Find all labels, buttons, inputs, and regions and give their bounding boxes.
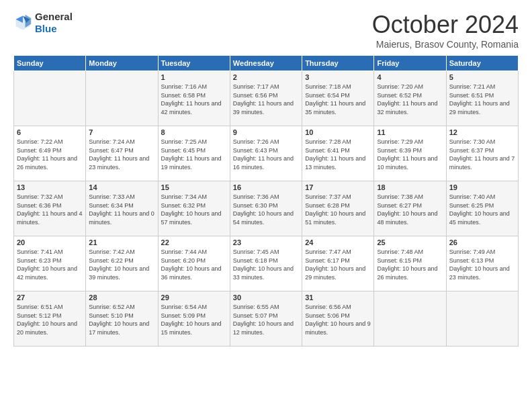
- calendar-cell: 10Sunrise: 7:28 AM Sunset: 6:41 PM Dayli…: [302, 126, 374, 181]
- calendar-cell: 27Sunrise: 6:51 AM Sunset: 5:12 PM Dayli…: [14, 291, 86, 347]
- logo-text: General Blue: [35, 11, 73, 35]
- day-number: 3: [305, 73, 371, 81]
- cell-info: Sunrise: 7:26 AM Sunset: 6:43 PM Dayligh…: [233, 138, 299, 171]
- calendar-week: 27Sunrise: 6:51 AM Sunset: 5:12 PM Dayli…: [14, 291, 519, 347]
- cell-info: Sunrise: 7:20 AM Sunset: 6:52 PM Dayligh…: [377, 83, 443, 116]
- cell-info: Sunrise: 7:41 AM Sunset: 6:23 PM Dayligh…: [17, 248, 83, 281]
- day-number: 26: [449, 238, 515, 246]
- calendar-cell: [374, 291, 446, 347]
- cell-info: Sunrise: 7:40 AM Sunset: 6:25 PM Dayligh…: [449, 193, 515, 226]
- calendar-cell: 13Sunrise: 7:32 AM Sunset: 6:36 PM Dayli…: [14, 181, 86, 236]
- day-number: 8: [161, 128, 227, 136]
- day-number: 19: [449, 183, 515, 191]
- day-number: 21: [89, 238, 154, 246]
- calendar-cell: 23Sunrise: 7:45 AM Sunset: 6:18 PM Dayli…: [230, 236, 302, 291]
- calendar-header: SundayMondayTuesdayWednesdayThursdayFrid…: [14, 56, 519, 71]
- cell-info: Sunrise: 7:33 AM Sunset: 6:34 PM Dayligh…: [89, 193, 154, 226]
- day-number: 4: [377, 73, 443, 81]
- calendar-cell: 14Sunrise: 7:33 AM Sunset: 6:34 PM Dayli…: [86, 181, 158, 236]
- cell-info: Sunrise: 7:45 AM Sunset: 6:18 PM Dayligh…: [233, 248, 299, 281]
- cell-info: Sunrise: 7:29 AM Sunset: 6:39 PM Dayligh…: [377, 138, 443, 171]
- day-header: Friday: [374, 56, 446, 71]
- day-number: 22: [161, 238, 227, 246]
- calendar-cell: 18Sunrise: 7:38 AM Sunset: 6:27 PM Dayli…: [374, 181, 446, 236]
- cell-info: Sunrise: 7:24 AM Sunset: 6:47 PM Dayligh…: [89, 138, 154, 171]
- calendar-cell: 22Sunrise: 7:44 AM Sunset: 6:20 PM Dayli…: [158, 236, 230, 291]
- day-number: 14: [89, 183, 154, 191]
- calendar-table: SundayMondayTuesdayWednesdayThursdayFrid…: [13, 55, 519, 347]
- location-subtitle: Maierus, Brasov County, Romania: [372, 39, 519, 50]
- cell-info: Sunrise: 7:18 AM Sunset: 6:54 PM Dayligh…: [305, 83, 371, 116]
- calendar-cell: 21Sunrise: 7:42 AM Sunset: 6:22 PM Dayli…: [86, 236, 158, 291]
- day-number: 17: [305, 183, 371, 191]
- calendar-week: 1Sunrise: 7:16 AM Sunset: 6:58 PM Daylig…: [14, 71, 519, 126]
- cell-info: Sunrise: 7:42 AM Sunset: 6:22 PM Dayligh…: [89, 248, 154, 281]
- cell-info: Sunrise: 7:28 AM Sunset: 6:41 PM Dayligh…: [305, 138, 371, 171]
- calendar-week: 13Sunrise: 7:32 AM Sunset: 6:36 PM Dayli…: [14, 181, 519, 236]
- cell-info: Sunrise: 7:34 AM Sunset: 6:32 PM Dayligh…: [161, 193, 227, 226]
- day-number: 9: [233, 128, 299, 136]
- day-number: 24: [305, 238, 371, 246]
- cell-info: Sunrise: 7:25 AM Sunset: 6:45 PM Dayligh…: [161, 138, 227, 171]
- calendar-cell: 28Sunrise: 6:52 AM Sunset: 5:10 PM Dayli…: [86, 291, 158, 347]
- calendar-cell: 8Sunrise: 7:25 AM Sunset: 6:45 PM Daylig…: [158, 126, 230, 181]
- logo-line2: Blue: [35, 23, 73, 35]
- day-number: 10: [305, 128, 371, 136]
- cell-info: Sunrise: 7:16 AM Sunset: 6:58 PM Dayligh…: [161, 83, 227, 116]
- day-number: 11: [377, 128, 443, 136]
- cell-info: Sunrise: 7:37 AM Sunset: 6:28 PM Dayligh…: [305, 193, 371, 226]
- calendar-cell: 12Sunrise: 7:30 AM Sunset: 6:37 PM Dayli…: [446, 126, 518, 181]
- calendar-cell: 20Sunrise: 7:41 AM Sunset: 6:23 PM Dayli…: [14, 236, 86, 291]
- day-number: 18: [377, 183, 443, 191]
- calendar-cell: [446, 291, 518, 347]
- day-header: Tuesday: [158, 56, 230, 71]
- calendar-cell: 2Sunrise: 7:17 AM Sunset: 6:56 PM Daylig…: [230, 71, 302, 126]
- day-number: 25: [377, 238, 443, 246]
- calendar-cell: 26Sunrise: 7:49 AM Sunset: 6:13 PM Dayli…: [446, 236, 518, 291]
- cell-info: Sunrise: 6:55 AM Sunset: 5:07 PM Dayligh…: [233, 303, 299, 336]
- calendar-cell: 15Sunrise: 7:34 AM Sunset: 6:32 PM Dayli…: [158, 181, 230, 236]
- day-number: 7: [89, 128, 154, 136]
- calendar-week: 20Sunrise: 7:41 AM Sunset: 6:23 PM Dayli…: [14, 236, 519, 291]
- month-title: October 2024: [372, 11, 519, 39]
- day-header: Monday: [86, 56, 158, 71]
- day-header: Saturday: [446, 56, 518, 71]
- day-number: 13: [17, 183, 83, 191]
- cell-info: Sunrise: 7:38 AM Sunset: 6:27 PM Dayligh…: [377, 193, 443, 226]
- calendar-cell: 1Sunrise: 7:16 AM Sunset: 6:58 PM Daylig…: [158, 71, 230, 126]
- day-number: 30: [233, 293, 299, 302]
- header: General Blue October 2024 Maierus, Braso…: [13, 11, 519, 50]
- cell-info: Sunrise: 7:22 AM Sunset: 6:49 PM Dayligh…: [17, 138, 83, 171]
- cell-info: Sunrise: 6:54 AM Sunset: 5:09 PM Dayligh…: [161, 303, 227, 336]
- cell-info: Sunrise: 6:56 AM Sunset: 5:06 PM Dayligh…: [305, 303, 371, 336]
- calendar-body: 1Sunrise: 7:16 AM Sunset: 6:58 PM Daylig…: [14, 71, 519, 347]
- cell-info: Sunrise: 7:30 AM Sunset: 6:37 PM Dayligh…: [449, 138, 515, 171]
- calendar-cell: 4Sunrise: 7:20 AM Sunset: 6:52 PM Daylig…: [374, 71, 446, 126]
- day-number: 28: [89, 293, 154, 302]
- calendar-cell: 30Sunrise: 6:55 AM Sunset: 5:07 PM Dayli…: [230, 291, 302, 347]
- calendar-cell: 24Sunrise: 7:47 AM Sunset: 6:17 PM Dayli…: [302, 236, 374, 291]
- cell-info: Sunrise: 7:17 AM Sunset: 6:56 PM Dayligh…: [233, 83, 299, 116]
- day-number: 5: [449, 73, 515, 81]
- day-header: Wednesday: [230, 56, 302, 71]
- calendar-cell: 5Sunrise: 7:21 AM Sunset: 6:51 PM Daylig…: [446, 71, 518, 126]
- day-number: 2: [233, 73, 299, 81]
- day-number: 20: [17, 238, 83, 246]
- cell-info: Sunrise: 6:51 AM Sunset: 5:12 PM Dayligh…: [17, 303, 83, 336]
- calendar-cell: 31Sunrise: 6:56 AM Sunset: 5:06 PM Dayli…: [302, 291, 374, 347]
- page: General Blue October 2024 Maierus, Braso…: [0, 0, 532, 411]
- logo-line1: General: [35, 11, 73, 23]
- day-header: Thursday: [302, 56, 374, 71]
- calendar-cell: 16Sunrise: 7:36 AM Sunset: 6:30 PM Dayli…: [230, 181, 302, 236]
- calendar-cell: 25Sunrise: 7:48 AM Sunset: 6:15 PM Dayli…: [374, 236, 446, 291]
- day-number: 31: [305, 293, 371, 302]
- calendar-cell: 3Sunrise: 7:18 AM Sunset: 6:54 PM Daylig…: [302, 71, 374, 126]
- calendar-week: 6Sunrise: 7:22 AM Sunset: 6:49 PM Daylig…: [14, 126, 519, 181]
- calendar-cell: 17Sunrise: 7:37 AM Sunset: 6:28 PM Dayli…: [302, 181, 374, 236]
- cell-info: Sunrise: 7:47 AM Sunset: 6:17 PM Dayligh…: [305, 248, 371, 281]
- cell-info: Sunrise: 7:49 AM Sunset: 6:13 PM Dayligh…: [449, 248, 515, 281]
- day-header: Sunday: [14, 56, 86, 71]
- day-number: 15: [161, 183, 227, 191]
- day-number: 23: [233, 238, 299, 246]
- calendar-cell: 29Sunrise: 6:54 AM Sunset: 5:09 PM Dayli…: [158, 291, 230, 347]
